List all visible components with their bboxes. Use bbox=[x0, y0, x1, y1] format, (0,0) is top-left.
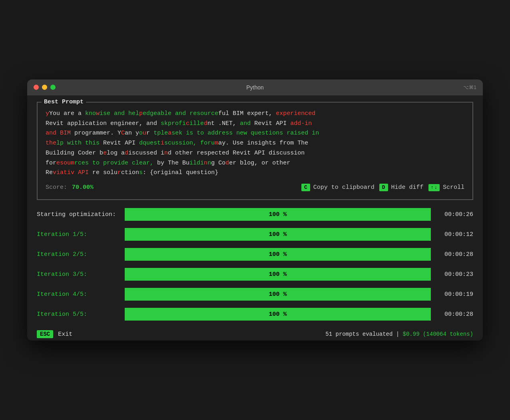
window-title: Python bbox=[246, 84, 264, 91]
seg: nt .NET, bbox=[207, 120, 240, 127]
seg: Revit API bbox=[100, 140, 139, 147]
titlebar: Python ⌥⌘1 bbox=[27, 79, 483, 95]
seg: lp with this bbox=[56, 140, 100, 147]
seg: scussion, foru bbox=[164, 140, 215, 147]
progress-section: Starting optimization: 100 % 00:00:26 It… bbox=[37, 208, 473, 321]
maximize-button[interactable] bbox=[50, 85, 56, 90]
traffic-lights bbox=[34, 85, 56, 90]
seg: ay. Use insights from The bbox=[218, 140, 308, 147]
seg: : {original question} bbox=[143, 169, 218, 176]
scroll-label: Scroll bbox=[443, 184, 464, 191]
progress-bar-container-4: 100 % bbox=[125, 288, 431, 301]
seg: by The Bu bbox=[157, 160, 189, 166]
progress-label-1: Iteration 1/5: bbox=[37, 231, 125, 238]
progress-bar-fill-0: 100 % bbox=[125, 208, 431, 221]
seg: c bbox=[186, 120, 189, 127]
seg: s bbox=[139, 169, 143, 176]
progress-bar-fill-4: 100 % bbox=[125, 288, 431, 301]
seg: w bbox=[96, 110, 100, 117]
progress-bar-text-3: 100 % bbox=[269, 271, 287, 278]
prompt-text: yYou are a knowise and helpedgeable and … bbox=[46, 109, 464, 178]
progress-bar-text-1: 100 % bbox=[269, 231, 287, 238]
seg: tple bbox=[153, 130, 168, 137]
scroll-arrows[interactable]: ↑ ↓ bbox=[428, 184, 440, 191]
scroll-group: ↑ ↓ Scroll bbox=[428, 184, 464, 191]
seg: the bbox=[46, 140, 56, 147]
seg: i bbox=[161, 140, 164, 147]
prompt-line-1: yYou are a knowise and helpedgeable and … bbox=[46, 110, 315, 117]
seg: n bbox=[164, 150, 168, 157]
progress-bar-fill-5: 100 % bbox=[125, 308, 431, 321]
progress-time-2: 00:00:28 bbox=[437, 251, 473, 258]
progress-bar-fill-1: 100 % bbox=[125, 228, 431, 241]
seg: You are a bbox=[49, 110, 85, 117]
progress-label-0: Starting optimization: bbox=[37, 211, 125, 218]
exit-label: Exit bbox=[58, 331, 72, 338]
progress-bar-text-5: 100 % bbox=[269, 311, 287, 318]
seg: ildi bbox=[189, 160, 204, 166]
progress-label-4: Iteration 4/5: bbox=[37, 291, 125, 298]
seg: n bbox=[207, 160, 211, 166]
progress-bar-text-4: 100 % bbox=[269, 291, 287, 298]
progress-bar-text-0: 100 % bbox=[269, 211, 287, 218]
seg: C bbox=[121, 130, 125, 137]
seg: a bbox=[168, 130, 171, 137]
seg: ativ API bbox=[60, 169, 92, 176]
progress-row-1: Iteration 1/5: 100 % 00:00:12 bbox=[37, 228, 473, 241]
seg: n bbox=[204, 160, 207, 166]
copy-group: C Copy to clipboard bbox=[301, 184, 375, 191]
seg: esoum bbox=[56, 160, 74, 166]
progress-time-3: 00:00:23 bbox=[437, 271, 473, 278]
seg: ction bbox=[121, 169, 139, 176]
seg: g Co bbox=[211, 160, 225, 166]
seg: kno bbox=[85, 110, 96, 117]
score-label: Score: bbox=[46, 184, 67, 191]
seg: r bbox=[118, 169, 121, 176]
prompt-line-2: Revit application engineer, and skprofic… bbox=[46, 120, 312, 127]
seg: d bbox=[204, 120, 207, 127]
seg: o bbox=[139, 130, 143, 137]
progress-label-2: Iteration 2/5: bbox=[37, 251, 125, 258]
copy-button[interactable]: C bbox=[301, 184, 310, 191]
progress-bar-fill-2: 100 % bbox=[125, 248, 431, 261]
progress-bar-container-0: 100 % bbox=[125, 208, 431, 221]
progress-row-4: Iteration 4/5: 100 % 00:00:19 bbox=[37, 288, 473, 301]
prompt-box: Best Prompt yYou are a knowise and helpe… bbox=[37, 102, 473, 200]
progress-row-0: Starting optimization: 100 % 00:00:26 bbox=[37, 208, 473, 221]
seg: vi bbox=[53, 169, 60, 176]
diff-button[interactable]: D bbox=[379, 184, 388, 191]
progress-bar-fill-3: 100 % bbox=[125, 268, 431, 281]
close-button[interactable] bbox=[34, 85, 39, 90]
seg: p bbox=[139, 110, 143, 117]
seg: an y bbox=[125, 130, 139, 137]
copy-label: Copy to clipboard bbox=[313, 184, 375, 191]
seg: skprofi bbox=[161, 120, 186, 127]
progress-time-4: 00:00:19 bbox=[437, 291, 473, 298]
progress-label-5: Iteration 5/5: bbox=[37, 311, 125, 318]
seg: r bbox=[146, 130, 153, 137]
prompt-line-4: thelp with this Revit API dquestiscussio… bbox=[46, 140, 308, 147]
seg: Revit API bbox=[251, 120, 290, 127]
progress-row-3: Iteration 3/5: 100 % 00:00:23 bbox=[37, 268, 473, 281]
esc-button[interactable]: ESC bbox=[37, 330, 53, 338]
seg: d bbox=[125, 150, 128, 157]
seg: for bbox=[46, 160, 56, 166]
status-text: 51 prompts evaluated | $0.99 (140064 tok… bbox=[325, 331, 473, 337]
seg: m bbox=[215, 140, 218, 147]
seg: ille bbox=[189, 120, 204, 127]
seg: y bbox=[46, 110, 49, 117]
seg: iscussed i bbox=[128, 150, 164, 157]
progress-row-2: Iteration 2/5: 100 % 00:00:28 bbox=[37, 248, 473, 261]
seg: and bbox=[240, 120, 251, 127]
window-shortcut: ⌥⌘1 bbox=[463, 85, 476, 90]
seg: edgeable and resource bbox=[143, 110, 218, 117]
bottom-bar: ESC Exit 51 prompts evaluated | $0.99 (1… bbox=[27, 328, 483, 341]
prompt-line-6: foresoumrces to provide clear, by The Bu… bbox=[46, 160, 290, 166]
progress-bar-container-5: 100 % bbox=[125, 308, 431, 321]
seg: Building Coder b bbox=[46, 150, 103, 157]
prompt-footer: Score: 70.00% C Copy to clipboard D Hide… bbox=[46, 184, 464, 193]
seg: re solu bbox=[92, 169, 118, 176]
minimize-button[interactable] bbox=[42, 85, 47, 90]
progress-bar-container-2: 100 % bbox=[125, 248, 431, 261]
seg: Re bbox=[46, 169, 53, 176]
